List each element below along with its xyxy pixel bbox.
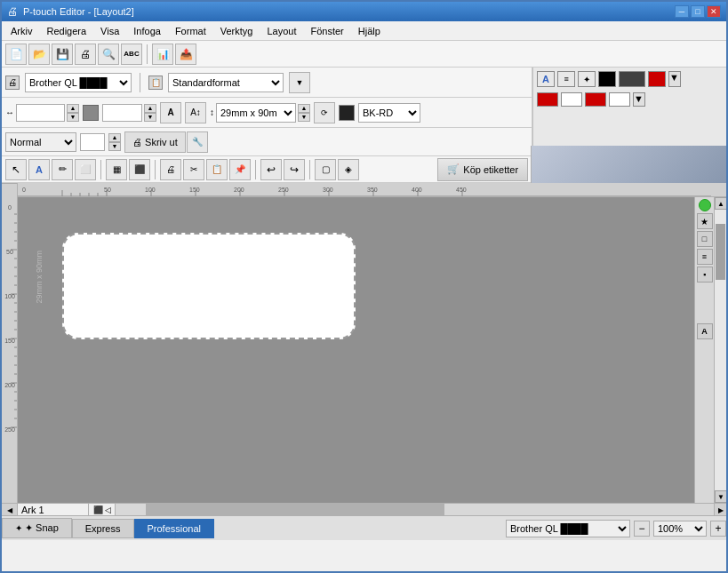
width-down[interactable]: ▼	[67, 113, 79, 122]
zoom-select[interactable]: 100%	[653, 521, 707, 537]
vertical-scrollbar[interactable]: ▲ ▼	[714, 197, 726, 503]
green-dot-button[interactable]	[699, 199, 711, 211]
format-options-button[interactable]: ▼	[289, 72, 310, 93]
lines-button[interactable]: ≡	[697, 249, 713, 265]
text-tool[interactable]: A	[28, 159, 50, 180]
redo-button[interactable]: ↪	[284, 159, 305, 180]
open-button[interactable]: 📂	[28, 44, 50, 65]
pen-tool[interactable]: ✏	[52, 159, 73, 180]
scroll-right-button[interactable]: ▶	[714, 504, 726, 516]
cut-button[interactable]: ✂	[183, 159, 204, 180]
print-button[interactable]: 🖨 Skriv ut	[124, 131, 186, 153]
red-color1[interactable]	[648, 71, 666, 87]
zoom-minus-button[interactable]: −	[634, 521, 650, 537]
panel-btn3[interactable]: □	[697, 231, 713, 247]
label-size-text: 29mm x 90mm	[34, 251, 44, 304]
font-size-spinner[interactable]: ▲ ▼	[108, 133, 121, 151]
black-color[interactable]	[598, 71, 616, 87]
draw-toolbar: ↖ A ✏ ⬜ ▦ ⬛ 🖨 ✂ 📋 📌 ↩ ↪ ▢ ◈	[2, 156, 532, 183]
height-input[interactable]: 3 mm	[102, 104, 142, 122]
menu-fonster[interactable]: Fönster	[303, 24, 350, 38]
bottom-printer-select[interactable]: Brother QL ████	[506, 520, 630, 537]
star-button[interactable]: ★	[697, 213, 713, 229]
label[interactable]	[62, 233, 356, 339]
menu-verktyg[interactable]: Verktyg	[213, 24, 260, 38]
print2-button[interactable]: 🖨	[160, 159, 181, 180]
printer-select-top[interactable]: Brother QL ████	[25, 73, 132, 92]
object-button[interactable]: ◈	[338, 159, 359, 180]
scroll-up-button[interactable]: ▲	[715, 197, 726, 210]
dark-color[interactable]	[619, 71, 645, 87]
white-swatch[interactable]	[561, 92, 582, 107]
svg-text:0: 0	[8, 204, 12, 211]
size-spinner[interactable]: ▲ ▼	[298, 104, 310, 122]
height-down[interactable]: ▼	[144, 113, 156, 122]
tab-express[interactable]: Express	[72, 519, 134, 538]
menu-visa[interactable]: Visa	[93, 24, 126, 38]
new-button[interactable]: 📄	[5, 44, 27, 65]
menu-format[interactable]: Format	[168, 24, 213, 38]
canvas-area[interactable]: 29mm x 90mm ▲ ▼ ★	[18, 197, 726, 503]
minimize-button[interactable]: ─	[675, 5, 689, 18]
table-tool[interactable]: ▦	[106, 159, 127, 180]
tab-snap[interactable]: ✦ ✦ Snap	[2, 518, 72, 538]
font-size-down[interactable]: ▼	[108, 142, 121, 151]
format-select[interactable]: Standardformat	[168, 73, 284, 92]
paste-button[interactable]: 📌	[229, 159, 251, 180]
height-up[interactable]: ▲	[144, 104, 156, 113]
zoom-plus-button[interactable]: +	[710, 521, 726, 537]
undo-button[interactable]: ↩	[260, 159, 282, 180]
preview-button[interactable]: 🔍	[98, 44, 119, 65]
menu-layout[interactable]: Layout	[260, 24, 303, 38]
export-button[interactable]: 📤	[175, 44, 196, 65]
dimensions-toolbar: ↔ 90 mm ▲ ▼ 3 mm ▲ ▼ A A↕	[2, 98, 532, 128]
save-button[interactable]: 💾	[52, 44, 73, 65]
sheet-label: Ark 1	[18, 504, 89, 515]
menu-infoga[interactable]: Infoga	[126, 24, 168, 38]
select-tool[interactable]: ↖	[5, 159, 27, 180]
import-button[interactable]: 📊	[152, 44, 173, 65]
buy-label-button[interactable]: 🛒 Köp etiketter	[437, 158, 528, 181]
scroll-left-button[interactable]: ◀	[2, 504, 18, 516]
color-dropdown2[interactable]: ▼	[633, 92, 645, 107]
frame-button[interactable]: ▢	[315, 159, 336, 180]
menu-arkiv[interactable]: Arkiv	[4, 24, 39, 38]
shape-tool[interactable]: ⬜	[75, 159, 96, 180]
h-scroll-thumb[interactable]	[146, 504, 445, 515]
svg-text:450: 450	[456, 187, 467, 193]
width-up[interactable]: ▲	[67, 104, 79, 113]
orientation-button[interactable]: ⟳	[314, 102, 335, 123]
width-spinner[interactable]: ▲ ▼	[67, 104, 79, 122]
scroll-down-button[interactable]: ▼	[715, 490, 726, 503]
color-select[interactable]: BK-RD	[358, 103, 420, 123]
text-orient-button[interactable]: A	[160, 102, 181, 123]
separator1	[147, 44, 148, 64]
red-swatch[interactable]	[537, 92, 558, 107]
font-size-up[interactable]: ▲	[108, 133, 121, 142]
height-spinner[interactable]: ▲ ▼	[144, 104, 156, 122]
scroll-thumb[interactable]	[716, 224, 725, 280]
panel-btn5[interactable]: ▪	[697, 267, 713, 283]
align-tool[interactable]: ⬛	[129, 159, 150, 180]
white-swatch2[interactable]	[609, 92, 630, 107]
menu-hjalp[interactable]: Hjälp	[351, 24, 388, 38]
tab-professional[interactable]: Professional	[134, 519, 215, 538]
menu-redigera[interactable]: Redigera	[39, 24, 93, 38]
svg-text:0: 0	[22, 187, 26, 193]
text-right-button[interactable]: A	[697, 323, 713, 339]
size-down[interactable]: ▼	[298, 113, 310, 122]
close-button[interactable]: ✕	[707, 5, 721, 18]
copy-button[interactable]: 📋	[206, 159, 228, 180]
red-swatch2[interactable]	[585, 92, 606, 107]
color-dropdown[interactable]: ▼	[668, 71, 681, 87]
style-select[interactable]: Normal	[5, 132, 76, 152]
print-settings-button[interactable]: 🔧	[187, 131, 208, 153]
size-up[interactable]: ▲	[298, 104, 310, 113]
text-orient2-button[interactable]: A↕	[185, 102, 206, 123]
maximize-button[interactable]: □	[691, 5, 705, 18]
width-input[interactable]: 90 mm	[16, 104, 65, 122]
abc-button[interactable]: ABC	[121, 44, 142, 65]
print-toolbar-button[interactable]: 🖨	[75, 44, 96, 65]
font-size-input[interactable]: 1	[80, 133, 105, 151]
size-select[interactable]: 29mm x 90m	[216, 103, 296, 123]
